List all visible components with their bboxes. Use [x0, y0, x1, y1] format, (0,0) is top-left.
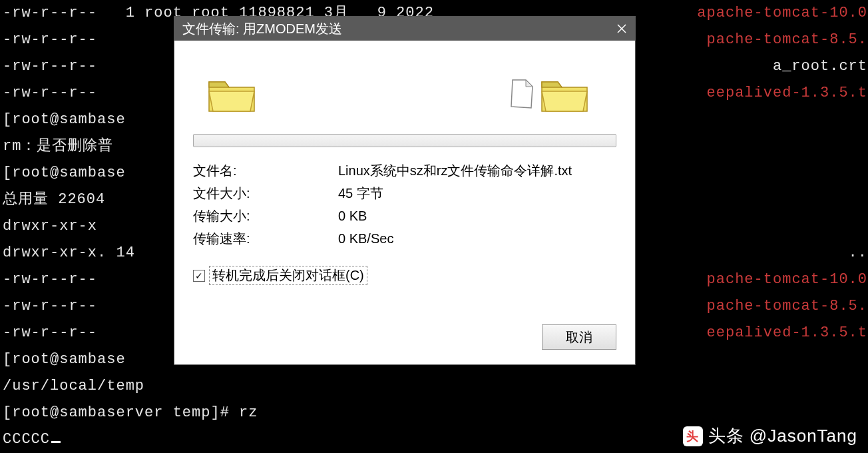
terminal-line: /usr/local/temp: [3, 373, 865, 400]
filesize-label: 文件大小:: [193, 182, 338, 205]
transfer-size-value: 0 KB: [338, 205, 616, 227]
checkbox-label: 转机完成后关闭对话框(C): [209, 266, 367, 285]
dialog-titlebar[interactable]: 文件传输: 用ZMODEM发送: [174, 17, 635, 41]
watermark: 头 头条 @JasonTang: [683, 424, 857, 448]
progress-bar: [193, 134, 616, 147]
source-folder-icon: [206, 74, 257, 114]
filename-value: Linux系统中sz和rz文件传输命令详解.txt: [338, 159, 616, 182]
speed-label: 传输速率:: [193, 227, 338, 250]
filename-label: 文件名:: [193, 159, 338, 182]
speed-value: 0 KB/Sec: [338, 227, 616, 250]
zmodem-transfer-dialog: 文件传输: 用ZMODEM发送: [174, 16, 636, 365]
cancel-button[interactable]: 取消: [542, 324, 616, 350]
transfer-info: 文件名: Linux系统中sz和rz文件传输命令详解.txt 文件大小: 45 …: [193, 159, 616, 250]
close-icon: [617, 24, 626, 33]
dest-folder-icon: [539, 74, 590, 114]
watermark-text: 头条 @JasonTang: [708, 424, 857, 448]
close-button[interactable]: [608, 17, 635, 41]
close-after-checkbox[interactable]: ✓ 转机完成后关闭对话框(C): [193, 266, 616, 285]
checkbox-icon[interactable]: ✓: [193, 270, 205, 282]
transfer-icon-row: [193, 54, 616, 134]
dialog-title-text: 文件传输: 用ZMODEM发送: [182, 17, 342, 41]
transfer-size-label: 传输大小:: [193, 205, 338, 227]
toutiao-logo-icon: 头: [683, 426, 703, 446]
filesize-value: 45 字节: [338, 182, 616, 205]
terminal-line: [root@sambaserver temp]# rz: [3, 400, 865, 426]
document-icon: [509, 79, 534, 109]
terminal-cursor: [51, 441, 61, 443]
